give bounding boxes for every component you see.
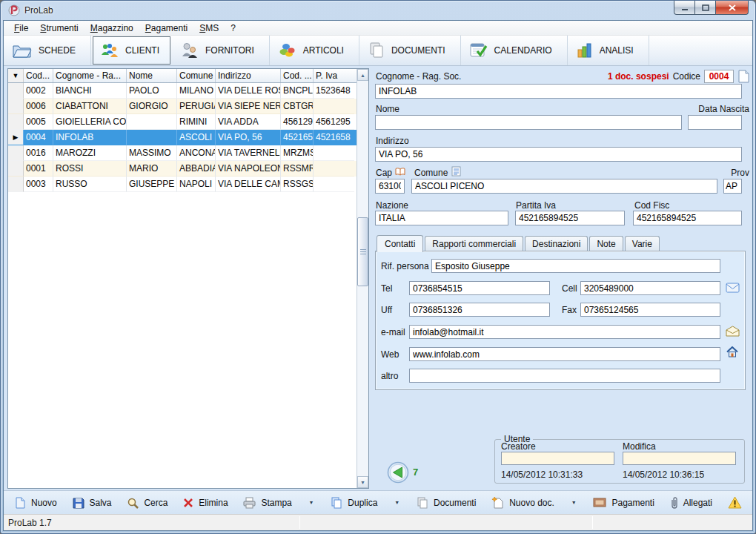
toolbar-button-documenti[interactable]: DOCUMENTI [359,36,461,65]
table-row[interactable]: 0016 MAROZZI MASSIMO ANCONA VIA TAVERNEL… [8,145,357,161]
tab-varie[interactable]: Varie [625,236,660,251]
indirizzo-field[interactable] [375,147,742,162]
cell-piva [314,177,354,192]
grid-header-cod[interactable]: Cod... [24,69,53,82]
menu-magazzino[interactable]: Magazzino [84,22,139,35]
grid-header-cod-fisc[interactable]: Cod. ... [281,69,314,82]
send-email-icon[interactable] [726,326,740,337]
menu-strumenti[interactable]: Strumenti [34,22,84,35]
grid-header-nome[interactable]: Nome [127,69,177,82]
tab-destinazioni[interactable]: Destinazioni [525,236,588,251]
attachment-paperclip-icon [670,497,678,509]
toolbar-button-articoli[interactable]: ARTICOLI [270,36,359,65]
row-indicator [8,99,24,114]
partita-iva-label: Partita Iva [516,200,556,211]
send-sms-icon[interactable] [726,283,740,293]
data-nascita-field[interactable] [688,115,742,130]
tab-rapporti-commerciali[interactable]: Rapporti commerciali [425,236,523,251]
email-label: e-mail [381,327,405,337]
cell-indirizzo: VIA PO, 56 [216,130,281,145]
stampa-dropdown-icon[interactable]: ▼ [308,500,316,505]
duplica-dropdown-icon[interactable]: ▼ [393,500,401,505]
web-field[interactable] [409,347,720,361]
cell-piva [314,161,354,177]
toolbar-button-analisi[interactable]: ANALISI [568,36,649,65]
warning-icon[interactable] [728,496,742,509]
nome-field[interactable] [375,115,682,130]
table-row[interactable]: 0005 GIOIELLERIA COC RIMINI VIA ADDA 456… [8,114,357,130]
cell-cod: 0006 [24,99,53,114]
codice-field[interactable] [704,70,734,83]
cognome-field[interactable] [375,84,742,99]
modifica-field[interactable] [623,452,736,465]
prov-field[interactable] [723,179,742,194]
previous-record-button-icon[interactable] [387,461,409,484]
grid-header-piva[interactable]: P. Iva [314,69,354,82]
elimina-button[interactable]: Elimina [183,498,228,508]
fax-field[interactable] [580,303,720,317]
comune-field[interactable] [411,179,717,194]
cerca-button[interactable]: Cerca [127,497,168,509]
cell-cognome: RUSSO [53,177,127,192]
cell-indirizzo: VIA ADDA [216,114,281,130]
row-indicator [8,145,24,161]
action-toolbar: Nuovo Salva Cerca Elimina [4,490,752,514]
documenti-button[interactable]: Documenti [417,497,476,509]
open-website-home-icon[interactable] [726,346,738,357]
partita-iva-field[interactable] [515,211,625,225]
new-card-icon[interactable] [737,70,750,83]
cod-fisc-field[interactable] [633,211,742,225]
titlebar[interactable]: ProLab [1,1,755,20]
cell-comune: RIMINI [177,114,216,130]
minimize-button[interactable] [674,1,695,15]
nuovo-doc-dropdown-icon[interactable]: ▼ [570,500,578,505]
comune-lookup-list-icon[interactable] [451,166,461,177]
menu-file[interactable]: File [8,22,34,35]
table-row[interactable]: 0003 RUSSO GIUSEPPE NAPOLI VIA DELLE CAM… [8,177,357,192]
pagamenti-button[interactable]: Pagamenti [593,498,654,508]
maximize-button[interactable] [694,1,716,15]
tab-contatti[interactable]: Contatti [377,235,423,252]
cap-lookup-book-icon[interactable] [395,168,405,177]
salva-button[interactable]: Salva [73,497,112,509]
scroll-up-button[interactable]: ▲ [357,69,368,81]
cap-field[interactable] [375,179,405,194]
table-row-selected[interactable]: ▶ 0004 INFOLAB ASCOLI P VIA PO, 56 45216… [8,130,357,145]
grid-header-indicator[interactable]: ▼ [8,69,24,82]
close-button[interactable] [715,1,749,15]
nuovo-button[interactable]: Nuovo [14,497,57,509]
tab-note[interactable]: Note [589,236,623,251]
delete-icon [183,498,193,508]
allegati-button[interactable]: Allegati [670,497,712,509]
table-row[interactable]: 0001 ROSSI MARIO ABBADIA VIA NAPOLEON RS… [8,161,357,177]
creatore-field[interactable] [501,452,614,465]
grid-vertical-scrollbar[interactable]: ▲ ▼ [357,69,368,488]
table-row[interactable]: 0002 BIANCHI PAOLO MILANO VIA DELLE ROS … [8,83,357,99]
prov-label: Prov [731,168,749,178]
table-row[interactable]: 0006 CIABATTONI GIORGIO PERUGIA VIA SIEP… [8,99,357,114]
duplica-button[interactable]: Duplica [331,497,377,509]
scroll-down-button[interactable]: ▼ [357,476,368,488]
grid-header-comune[interactable]: Comune [177,69,216,82]
nazione-field[interactable] [375,211,508,225]
tel-field[interactable] [409,281,550,295]
toolbar-button-calendario[interactable]: CALENDARIO [461,36,568,65]
grid-header-indirizzo[interactable]: Indirizzo [216,69,281,82]
toolbar-button-fornitori[interactable]: FORNITORI [172,36,270,65]
email-field[interactable] [409,325,720,339]
utente-groupbox: Utente Creatore 14/05/2012 10:31:33 Modi… [494,439,745,484]
rif-persona-field[interactable] [431,259,720,273]
cell-cognome: GIOIELLERIA COC [53,114,127,130]
uff-field[interactable] [409,303,550,317]
scroll-thumb[interactable] [357,217,368,286]
menu-pagamenti[interactable]: Pagamenti [139,22,193,35]
toolbar-button-clienti[interactable]: CLIENTI [93,36,170,65]
stampa-button[interactable]: Stampa [243,497,291,509]
menu-sms[interactable]: SMS [193,22,225,35]
menu-help[interactable]: ? [225,22,242,35]
altro-field[interactable] [409,369,720,383]
nuovo-doc-button[interactable]: Nuovo doc. [491,496,554,509]
cell-field[interactable] [580,281,720,295]
grid-header-cognome[interactable]: Cognome - Ra... [53,69,127,82]
toolbar-button-schede[interactable]: SCHEDE [4,36,91,65]
